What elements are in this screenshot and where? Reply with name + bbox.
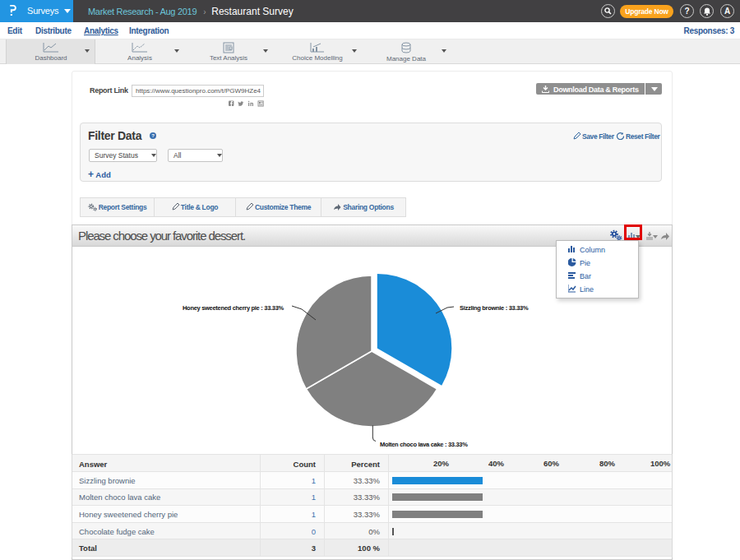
svg-text:Molten choco lava cake : 33.33: Molten choco lava cake : 33.33% (380, 441, 468, 448)
svg-text:Sizzling brownie : 33.33%: Sizzling brownie : 33.33% (460, 304, 529, 312)
svg-text:Honey sweetened cherry pie : 3: Honey sweetened cherry pie : 33.33% (183, 304, 284, 312)
